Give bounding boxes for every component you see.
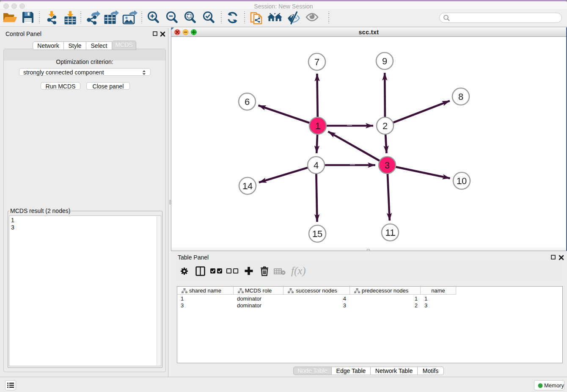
svg-text:9: 9: [382, 56, 387, 66]
svg-text:14: 14: [242, 181, 253, 191]
svg-text:3: 3: [385, 160, 390, 171]
svg-text:7: 7: [314, 57, 319, 67]
svg-text:2: 2: [383, 121, 388, 131]
svg-text:4: 4: [314, 160, 319, 171]
svg-text:1: 1: [315, 121, 320, 131]
svg-text:15: 15: [312, 229, 322, 239]
svg-text:11: 11: [385, 227, 395, 238]
svg-text:10: 10: [457, 176, 467, 186]
svg-text:8: 8: [458, 91, 463, 102]
svg-text:6: 6: [245, 97, 250, 107]
